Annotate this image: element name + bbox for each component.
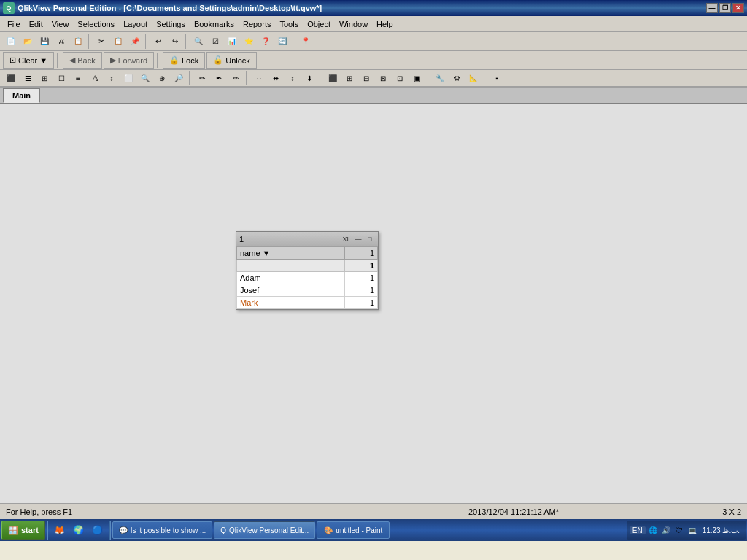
tb3-btn-22[interactable]: ⊠ — [375, 70, 391, 86]
help-btn[interactable]: ❓ — [258, 34, 274, 50]
tray-monitor-icon: 💻 — [686, 524, 698, 536]
status-bar: For Help, press F1 2013/12/04 11:21:12 A… — [0, 503, 747, 519]
taskbar-app-3[interactable]: 🎨 untitled - Paint — [317, 521, 390, 539]
window-controls: — ❐ ✕ — [706, 3, 744, 13]
refresh-button[interactable]: 🔄 — [274, 34, 290, 50]
qv-row-name-josef: Josef — [237, 284, 345, 297]
taskbar-app-1-icon: 💬 — [119, 526, 128, 534]
tb3-btn-7[interactable]: ↕ — [104, 70, 120, 86]
tb3-btn-15[interactable]: ↔ — [251, 70, 267, 86]
toolbar3-sep5 — [484, 71, 487, 85]
qv-table-widget[interactable]: 1 XL — □ name ▼ 1 1 — [236, 231, 379, 310]
menu-bookmarks[interactable]: Bookmarks — [190, 18, 239, 30]
minimize-button[interactable]: — — [706, 3, 718, 13]
undo-button[interactable]: ↩ — [150, 34, 166, 50]
paste-button[interactable]: 📌 — [127, 34, 143, 50]
taskbar-app-1[interactable]: 💬 Is it possible to show ... — [112, 521, 212, 539]
status-datetime: 2013/12/04 11:21:12 AM* — [344, 508, 683, 516]
tb3-btn-17[interactable]: ↕ — [285, 70, 301, 86]
menu-view[interactable]: View — [47, 18, 74, 30]
lock-label: Lock — [182, 56, 198, 65]
print-button[interactable]: 🖨 — [53, 34, 69, 50]
check-button[interactable]: ☑ — [207, 34, 223, 50]
lock-button[interactable]: 🔒 Lock — [163, 52, 205, 69]
save-button[interactable]: 💾 — [36, 34, 53, 50]
tb3-btn-9[interactable]: 🔍 — [137, 70, 153, 86]
chart-button[interactable]: 📊 — [224, 34, 240, 50]
tab-bar: Main — [0, 88, 747, 104]
ql-btn-2[interactable]: 🌍 — [70, 521, 88, 539]
tb3-btn-4[interactable]: ☐ — [53, 70, 69, 86]
taskbar-app-2[interactable]: Q QlikView Personal Edit... — [214, 521, 315, 539]
qv-minimize-icon[interactable]: — — [353, 234, 363, 244]
tb3-btn-20[interactable]: ⊞ — [341, 70, 357, 86]
menu-settings[interactable]: Settings — [152, 18, 190, 30]
tb3-btn-26[interactable]: ⚙ — [449, 70, 465, 86]
title-bar: Q QlikView Personal Edition - [C:\Docume… — [0, 0, 747, 16]
tb3-btn-6[interactable]: 𝔸 — [87, 70, 103, 86]
tb3-btn-14[interactable]: ✏ — [228, 70, 244, 86]
qv-row-val-adam: 1 — [345, 272, 378, 284]
tb3-btn-18[interactable]: ⬍ — [301, 70, 317, 86]
menu-reports[interactable]: Reports — [239, 18, 276, 30]
tb3-btn-11[interactable]: 🔎 — [171, 70, 187, 86]
tb3-btn-12[interactable]: ✏ — [194, 70, 210, 86]
menu-edit[interactable]: Edit — [25, 18, 47, 30]
menu-layout[interactable]: Layout — [119, 18, 152, 30]
menu-tools[interactable]: Tools — [275, 18, 303, 30]
tb3-btn-1[interactable]: ⬛ — [3, 70, 19, 86]
ql-btn-3[interactable]: 🔵 — [89, 521, 107, 539]
sort-icon: ▼ — [263, 249, 271, 257]
menu-file[interactable]: File — [3, 18, 25, 30]
menu-help[interactable]: Help — [372, 18, 398, 30]
tb3-btn-3[interactable]: ⊞ — [36, 70, 53, 86]
forward-button[interactable]: ▶ Forward — [104, 52, 154, 69]
tb3-btn-23[interactable]: ⊡ — [392, 70, 408, 86]
close-button[interactable]: ✕ — [732, 3, 744, 13]
tb3-btn-8[interactable]: ⬜ — [120, 70, 136, 86]
clear-label: Clear — [18, 56, 37, 65]
qv-total-name — [237, 260, 345, 272]
tray-network-icon: 🌐 — [647, 524, 659, 536]
open-button[interactable]: 📂 — [20, 34, 36, 50]
menu-object[interactable]: Object — [303, 18, 335, 30]
new-button[interactable]: 📄 — [3, 34, 19, 50]
copy-button[interactable]: 📋 — [110, 34, 126, 50]
back-button[interactable]: ◀ Back — [63, 52, 101, 69]
tb3-btn-10[interactable]: ⊕ — [154, 70, 170, 86]
ql-btn-1[interactable]: 🦊 — [51, 521, 69, 539]
clear-button[interactable]: ⊡ Clear ▼ — [3, 52, 54, 69]
bookmark-button[interactable]: ⭐ — [241, 34, 257, 50]
tb3-btn-27[interactable]: 📐 — [465, 70, 481, 86]
tb3-btn-24[interactable]: ▣ — [409, 70, 425, 86]
tb3-btn-28[interactable]: ▪ — [489, 70, 505, 86]
tb3-btn-21[interactable]: ⊟ — [358, 70, 374, 86]
tb3-btn-5[interactable]: ≡ — [70, 70, 86, 86]
qv-col-header-1: 1 — [345, 247, 378, 260]
restore-button[interactable]: ❐ — [719, 3, 731, 13]
tab-main[interactable]: Main — [3, 88, 40, 103]
qv-maximize-icon[interactable]: XL — [341, 234, 352, 244]
tb3-btn-25[interactable]: 🔧 — [432, 70, 448, 86]
start-label: start — [21, 526, 39, 534]
unlock-button[interactable]: 🔓 Unlock — [206, 52, 257, 69]
forward-label: Forward — [118, 56, 147, 65]
tb3-btn-2[interactable]: ☰ — [20, 70, 36, 86]
qv-row-name-adam: Adam — [237, 272, 345, 284]
redo-button[interactable]: ↪ — [167, 34, 183, 50]
qv-close-icon[interactable]: □ — [365, 234, 375, 244]
menu-selections[interactable]: Selections — [73, 18, 119, 30]
cut-button[interactable]: ✂ — [93, 34, 109, 50]
tb3-btn-16[interactable]: ⬌ — [268, 70, 284, 86]
start-button[interactable]: 🪟 start — [1, 521, 45, 540]
taskbar-app-1-label: Is it possible to show ... — [131, 526, 206, 534]
pin-button[interactable]: 📍 — [298, 34, 314, 50]
tb3-btn-13[interactable]: ✒ — [211, 70, 227, 86]
tb3-btn-19[interactable]: ⬛ — [325, 70, 341, 86]
find-button[interactable]: 🔍 — [190, 34, 206, 50]
taskbar-app-2-icon: Q — [220, 526, 226, 534]
menu-window[interactable]: Window — [335, 18, 372, 30]
table-row: Adam 1 — [237, 272, 378, 284]
print-preview-button[interactable]: 📋 — [70, 34, 86, 50]
table-row: Mark 1 — [237, 297, 378, 309]
